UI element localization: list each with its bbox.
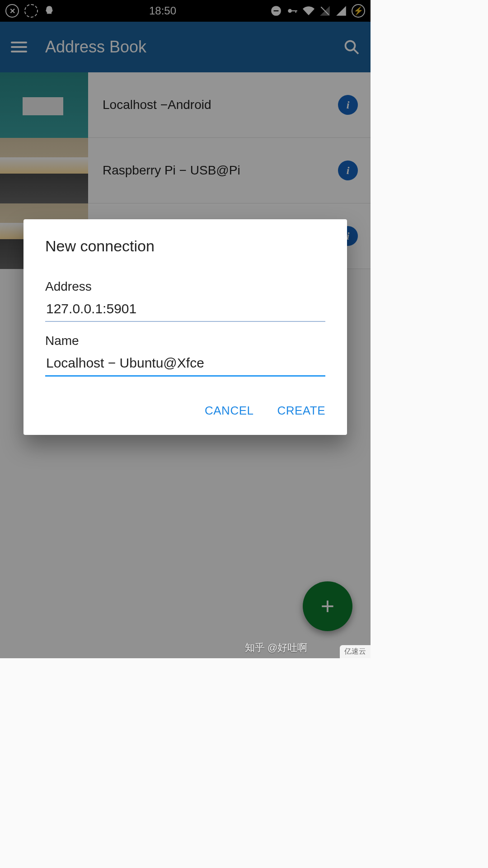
watermark-corner: 亿速云 (340, 645, 371, 658)
address-input[interactable] (45, 298, 325, 322)
cancel-button[interactable]: CANCEL (205, 404, 253, 418)
new-connection-dialog: New connection Address Name CANCEL CREAT… (23, 219, 347, 435)
watermark-text: 知乎 @好吐啊 (245, 641, 307, 655)
name-label: Name (45, 334, 325, 348)
dialog-title: New connection (23, 237, 347, 268)
dialog-actions: CANCEL CREATE (23, 377, 347, 424)
name-input[interactable] (45, 353, 325, 377)
create-button[interactable]: CREATE (277, 404, 325, 418)
address-label: Address (45, 279, 325, 294)
